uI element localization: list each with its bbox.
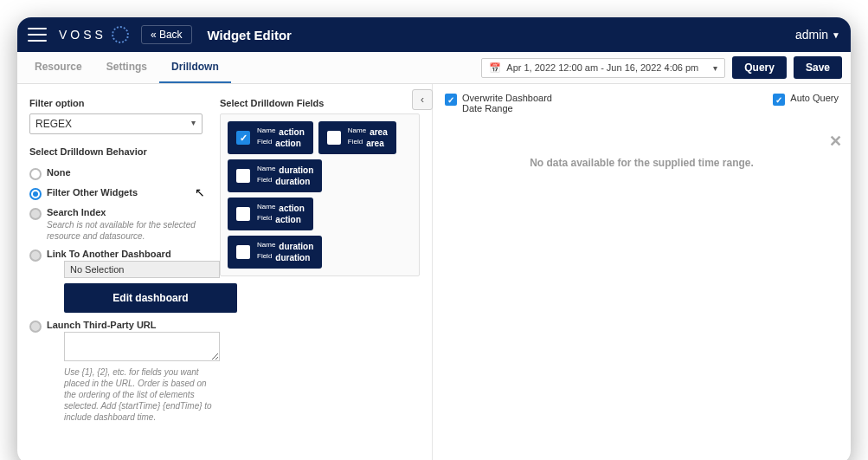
radio-filter-other-widgets[interactable]: [29, 188, 42, 200]
collapse-panel-button[interactable]: ‹: [412, 89, 433, 110]
no-data-message: No data available for the supplied time …: [445, 157, 839, 169]
fields-label: Select Drilldown Fields: [220, 98, 420, 108]
tab-settings[interactable]: Settings: [94, 52, 159, 83]
radio-none[interactable]: [29, 168, 42, 180]
filter-option-select[interactable]: REGEX: [29, 113, 203, 134]
radio-link-label: Link To Another Dashboard: [47, 249, 237, 259]
tab-drilldown[interactable]: Drilldown: [159, 52, 231, 83]
back-button[interactable]: « Back: [141, 25, 192, 44]
overwrite-label: Overwrite Dashboard Date Range: [462, 93, 557, 113]
field-chip-duration[interactable]: NamedurationFieldduration: [228, 236, 322, 269]
date-range-label: Apr 1, 2022 12:00 am - Jun 16, 2022 4:06…: [506, 62, 698, 73]
field-checkbox[interactable]: [327, 131, 341, 145]
filter-option-label: Filter option: [29, 98, 203, 108]
edit-dashboard-button[interactable]: Edit dashboard: [64, 283, 237, 313]
link-dashboard-value: No Selection: [64, 261, 220, 278]
field-checkbox[interactable]: [236, 131, 250, 145]
close-icon[interactable]: ✕: [829, 132, 842, 151]
autoquery-checkbox[interactable]: [773, 94, 785, 106]
radio-filter-label: Filter Other Widgets: [47, 187, 138, 198]
radio-link-dashboard[interactable]: [29, 249, 42, 262]
radio-search-hint: Search is not available for the selected…: [47, 219, 203, 242]
radio-launch-url[interactable]: [29, 321, 42, 333]
field-text: NameareaFieldarea: [348, 126, 388, 149]
autoquery-checkbox-row[interactable]: Auto Query: [773, 93, 839, 106]
field-text: NameactionFieldaction: [257, 126, 305, 149]
save-button[interactable]: Save: [794, 56, 842, 79]
date-range-picker[interactable]: 📅 Apr 1, 2022 12:00 am - Jun 16, 2022 4:…: [481, 58, 725, 78]
field-text: NamedurationFieldduration: [257, 165, 313, 187]
field-chip-area[interactable]: NameareaFieldarea: [318, 121, 396, 154]
radio-search-index: [29, 208, 42, 220]
field-text: NameactionFieldaction: [257, 203, 305, 225]
field-checkbox[interactable]: [236, 245, 250, 259]
field-chip-action[interactable]: NameactionFieldaction: [228, 121, 313, 154]
field-chip-duration[interactable]: NamedurationFieldduration: [228, 159, 322, 192]
launch-url-hint: Use {1}, {2}, etc. for fields you want p…: [64, 366, 220, 423]
field-checkbox[interactable]: [236, 169, 250, 183]
overwrite-checkbox-row[interactable]: Overwrite Dashboard Date Range: [445, 93, 557, 113]
field-text: NamedurationFieldduration: [257, 241, 313, 263]
field-chip-action[interactable]: NameactionFieldaction: [228, 198, 313, 230]
tabs: Resource Settings Drilldown: [17, 52, 231, 83]
field-checkbox[interactable]: [236, 207, 250, 221]
tab-resource[interactable]: Resource: [23, 52, 94, 83]
behavior-label: Select Drilldown Behavior: [29, 146, 203, 157]
page-title: Widget Editor: [208, 28, 292, 42]
user-menu[interactable]: admin ▼: [795, 28, 840, 42]
radio-search-label: Search Index: [47, 207, 203, 217]
logo: VOSS: [59, 26, 129, 43]
user-label: admin: [795, 28, 828, 42]
radio-none-label: None: [47, 167, 71, 178]
query-button[interactable]: Query: [732, 56, 787, 79]
logo-text: VOSS: [59, 28, 106, 42]
drilldown-fields: NameactionFieldactionNameareaFieldareaNa…: [220, 113, 420, 276]
chevron-down-icon: ▼: [832, 30, 840, 40]
overwrite-checkbox[interactable]: [445, 94, 457, 106]
calendar-icon: 📅: [489, 62, 501, 74]
logo-sun-icon: [112, 26, 129, 43]
menu-icon[interactable]: [28, 28, 47, 42]
autoquery-label: Auto Query: [790, 93, 839, 103]
launch-url-input[interactable]: [64, 332, 220, 361]
radio-launch-label: Launch Third-Party URL: [47, 320, 220, 330]
